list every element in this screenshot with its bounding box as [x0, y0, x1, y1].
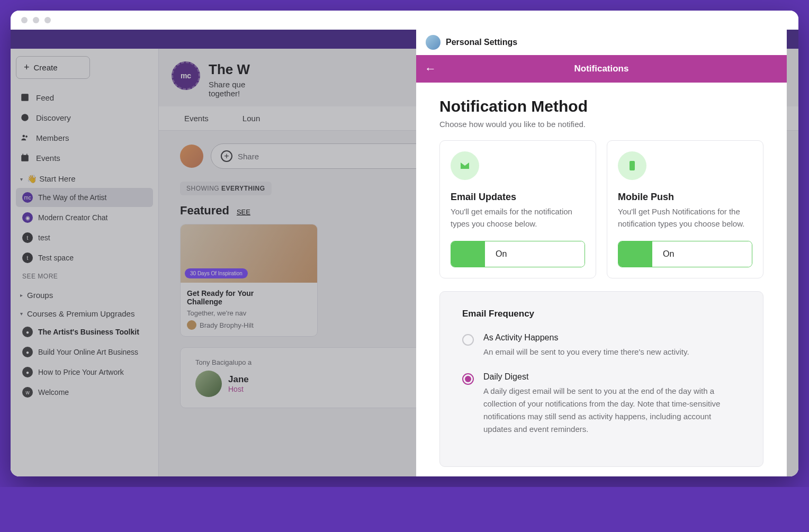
method-name: Email Updates: [451, 192, 585, 203]
toggle-label: On: [485, 241, 585, 267]
notification-method-subtitle: Choose how would you like to be notified…: [439, 120, 763, 129]
panel-title: Notifications: [416, 64, 787, 74]
radio-label: Daily Digest: [483, 372, 741, 382]
push-toggle[interactable]: On: [618, 241, 752, 267]
user-avatar: [426, 35, 441, 50]
window-titlebar: [11, 11, 798, 30]
radio-desc: A daily digest email will be sent to you…: [483, 385, 741, 436]
method-desc: You'll get emails for the notification t…: [451, 206, 585, 231]
freq-title: Email Frequency: [462, 309, 741, 319]
window-dot[interactable]: [44, 17, 51, 23]
radio-daily-digest[interactable]: Daily Digest A daily digest email will b…: [462, 372, 741, 436]
settings-panel: Personal Settings ← Notifications Notifi…: [416, 30, 787, 476]
window-dot[interactable]: [33, 17, 39, 23]
breadcrumb-label: Personal Settings: [446, 38, 517, 47]
toggle-knob: [451, 241, 485, 267]
email-icon: [451, 151, 479, 180]
back-arrow-icon[interactable]: ←: [425, 62, 436, 76]
email-frequency-box: Email Frequency As Activity Happens An e…: [439, 291, 763, 467]
radio-icon: [462, 334, 474, 346]
radio-desc: An email will be sent to you every time …: [483, 346, 689, 358]
radio-as-activity[interactable]: As Activity Happens An email will be sen…: [462, 333, 741, 358]
panel-header: ← Notifications: [416, 55, 787, 83]
window-frame: + Create Feed Discovery Members: [11, 11, 798, 476]
svg-rect-7: [630, 161, 635, 170]
mobile-icon: [618, 151, 646, 180]
radio-label: As Activity Happens: [483, 333, 689, 342]
panel-breadcrumb[interactable]: Personal Settings: [416, 30, 787, 55]
notification-method-title: Notification Method: [439, 97, 763, 115]
radio-icon: [462, 373, 474, 385]
email-toggle[interactable]: On: [451, 241, 585, 267]
toggle-label: On: [652, 241, 752, 267]
panel-body: Notification Method Choose how would you…: [416, 83, 787, 476]
toggle-knob: [618, 241, 652, 267]
method-desc: You'll get Push Notifications for the no…: [618, 206, 752, 231]
method-push-card: Mobile Push You'll get Push Notification…: [607, 140, 763, 278]
method-email-card: Email Updates You'll get emails for the …: [439, 140, 596, 278]
window-dot[interactable]: [21, 17, 28, 23]
method-name: Mobile Push: [618, 192, 752, 203]
